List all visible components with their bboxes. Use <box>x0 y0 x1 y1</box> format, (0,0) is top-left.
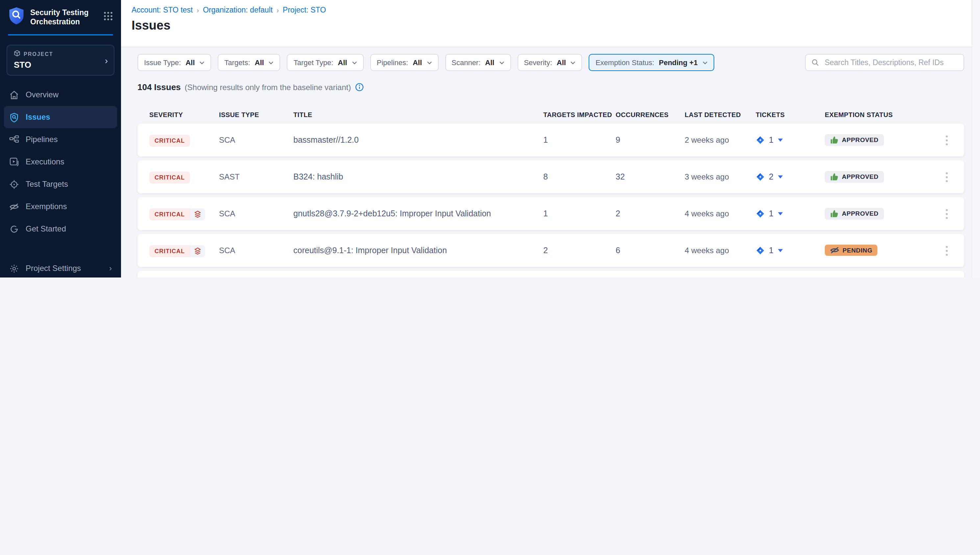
column-header-targets-impacted: TARGETS IMPACTED <box>543 111 616 119</box>
filter-exemption-status[interactable]: Exemption Status: Pending +1 <box>589 54 714 71</box>
exemption-status-label: APPROVED <box>842 210 878 217</box>
issue-title[interactable]: coreutils@9.1-1: Improper Input Validati… <box>294 246 543 255</box>
pipelines-icon <box>9 135 19 144</box>
chevron-down-icon <box>269 61 274 64</box>
ticket-link[interactable]: 1 <box>756 135 825 145</box>
sidebar-item-label: Overview <box>26 90 59 99</box>
table-row[interactable]: CRITICAL SCA coreutils@9.1-1: Improper I… <box>138 234 964 267</box>
sidebar-item-test-targets[interactable]: Test Targets <box>0 173 121 195</box>
ticket-link[interactable]: 1 <box>756 246 825 255</box>
table-row[interactable]: CRITICAL SAST B324: hashlib 8 32 3 weeks… <box>138 160 964 193</box>
breadcrumb-organization-link[interactable]: Organization: default <box>203 6 273 14</box>
severity-badge: CRITICAL <box>149 135 190 147</box>
filter-value: All <box>413 59 422 66</box>
sidebar-item-exemptions[interactable]: Exemptions <box>0 195 121 218</box>
filter-value: All <box>338 59 347 66</box>
search-box[interactable] <box>805 54 964 71</box>
sidebar-item-pipelines[interactable]: Pipelines <box>0 128 121 151</box>
chevron-down-icon <box>702 61 707 64</box>
column-header-last-detected: LAST DETECTED <box>685 111 756 119</box>
sidebar-accent-rule <box>8 34 113 35</box>
table-row[interactable]: CRITICAL SCA gnutls28@3.7.9-2+deb12u5: I… <box>138 197 964 230</box>
severity-cell: CRITICAL <box>149 207 219 220</box>
table-row[interactable]: CRITICAL SCA bassmaster//1.2.0 1 9 2 wee… <box>138 124 964 157</box>
ticket-link[interactable]: 2 <box>756 172 825 181</box>
project-selector[interactable]: PROJECT STO › <box>6 45 114 75</box>
filter-label: Pipelines: <box>377 59 408 66</box>
caret-down-icon <box>778 212 783 216</box>
ticket-count: 1 <box>769 209 773 218</box>
exemption-status-badge: APPROVED <box>825 171 884 183</box>
page-title: Issues <box>132 18 980 33</box>
occurrences: 9 <box>616 135 685 145</box>
filter-label: Target Type: <box>294 59 334 66</box>
chevron-down-icon <box>199 61 205 64</box>
chevron-down-icon <box>571 61 576 64</box>
last-detected: 4 weeks ago <box>685 246 756 255</box>
severity-badge: CRITICAL <box>149 172 190 183</box>
severity-cell: CRITICAL <box>149 133 219 147</box>
issue-type: SCA <box>219 209 294 218</box>
chevron-down-icon <box>351 61 357 64</box>
sidebar-nav: Overview Issues Pipelines <box>0 83 121 278</box>
breadcrumb-project-link[interactable]: Project: STO <box>283 6 326 14</box>
sidebar-item-label: Get Started <box>26 224 66 233</box>
table-row[interactable]: CRITICAL SCA zlib@1:1.2.13.dfsg-1: Integ… <box>138 271 964 278</box>
sidebar-item-project-settings[interactable]: Project Settings › <box>0 257 121 278</box>
filter-pipelines[interactable]: Pipelines: All <box>370 54 438 71</box>
info-icon[interactable] <box>355 83 363 91</box>
targets-impacted: 8 <box>543 172 616 181</box>
jira-ticket-icon <box>756 246 765 255</box>
row-menu-button[interactable] <box>943 135 950 145</box>
sidebar-item-overview[interactable]: Overview <box>0 83 121 106</box>
row-menu-button[interactable] <box>943 209 950 219</box>
filter-label: Targets: <box>224 59 250 66</box>
filter-value: All <box>186 59 195 66</box>
row-menu-button[interactable] <box>943 172 950 182</box>
issue-title[interactable]: B324: hashlib <box>294 172 543 181</box>
target-icon <box>9 179 19 189</box>
sidebar-item-label: Pipelines <box>26 135 58 144</box>
caret-down-icon <box>778 138 783 142</box>
table-header-row: SEVERITY ISSUE TYPE TITLE TARGETS IMPACT… <box>138 111 964 119</box>
issues-count-line: 104 Issues (Showing results only from th… <box>138 82 964 92</box>
project-cube-icon <box>14 50 20 58</box>
filter-value: All <box>557 59 566 66</box>
filter-value: Pending +1 <box>659 59 698 66</box>
thumbs-up-icon <box>830 136 839 144</box>
filter-targets[interactable]: Targets: All <box>218 54 280 71</box>
thumbs-up-icon <box>830 209 839 217</box>
filter-severity[interactable]: Severity: All <box>517 54 582 71</box>
issues-count-note: (Showing results only from the baseline … <box>185 83 351 92</box>
issues-count: 104 Issues <box>138 82 181 92</box>
last-detected: 4 weeks ago <box>685 209 756 218</box>
breadcrumb: Account: STO test › Organization: defaul… <box>132 6 980 14</box>
issue-title[interactable]: bassmaster//1.2.0 <box>294 135 543 145</box>
get-started-icon <box>9 224 19 234</box>
search-input[interactable] <box>823 58 958 67</box>
filter-issue-type[interactable]: Issue Type: All <box>138 54 211 71</box>
column-header-severity: SEVERITY <box>149 111 219 119</box>
sidebar-item-get-started[interactable]: Get Started <box>0 218 121 240</box>
row-menu-button[interactable] <box>943 245 950 255</box>
breadcrumb-account-link[interactable]: Account: STO test <box>132 6 193 14</box>
issue-title[interactable]: gnutls28@3.7.9-2+deb12u5: Improper Input… <box>294 209 543 218</box>
column-header-exemption-status: EXEMPTION STATUS <box>825 111 943 119</box>
ticket-link[interactable]: 1 <box>756 209 825 218</box>
sidebar-item-executions[interactable]: Executions <box>0 151 121 173</box>
sidebar-item-issues[interactable]: Issues <box>4 106 117 128</box>
project-name: STO <box>14 60 107 70</box>
issue-type: SCA <box>219 246 294 255</box>
scrollbar[interactable] <box>972 0 980 278</box>
sidebar: Security Testing Orchestration PROJECT <box>0 0 121 278</box>
issues-table: CRITICAL SCA bassmaster//1.2.0 1 9 2 wee… <box>138 124 964 278</box>
filter-value: All <box>485 59 494 66</box>
shield-search-icon <box>9 112 19 122</box>
targets-impacted: 1 <box>543 135 616 145</box>
severity-cell: CRITICAL <box>149 170 219 183</box>
filter-target-type[interactable]: Target Type: All <box>287 54 364 71</box>
breadcrumb-separator: › <box>197 6 199 13</box>
filter-scanner[interactable]: Scanner: All <box>445 54 511 71</box>
module-grid-icon[interactable] <box>103 11 113 23</box>
eye-off-icon <box>9 202 19 212</box>
